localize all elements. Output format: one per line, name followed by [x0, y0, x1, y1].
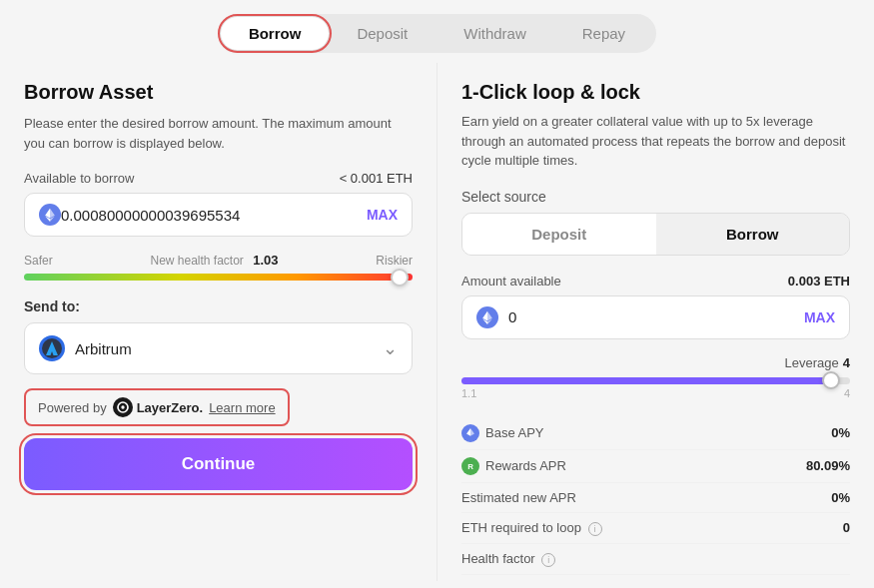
amount-available-value: 0.003 ETH	[788, 274, 850, 289]
rewards-apr-value: 80.09%	[806, 458, 850, 473]
left-panel: Borrow Asset Please enter the desired bo…	[18, 63, 437, 581]
tab-bar: Borrow Deposit Withdraw Repay	[0, 0, 874, 63]
stat-row-estimated-apr: Estimated new APR 0%	[461, 483, 850, 513]
available-to-borrow-row: Available to borrow < 0.001 ETH	[24, 171, 413, 186]
base-apy-value: 0%	[831, 425, 850, 440]
borrow-amount-input-box[interactable]: 0.00080000000039695534 MAX	[24, 193, 413, 237]
leverage-value: 4	[843, 355, 850, 370]
estimated-apr-value: 0%	[831, 490, 850, 505]
new-health-factor-label: New health factor	[150, 254, 243, 268]
tab-withdraw[interactable]: Withdraw	[436, 17, 554, 50]
health-factor-row: Safer New health factor 1.03 Riskier	[24, 253, 413, 268]
base-apy-label: Base APY	[461, 424, 544, 442]
estimated-apr-label: Estimated new APR	[461, 490, 576, 505]
safer-label: Safer	[24, 254, 53, 268]
health-factor-label: Health factor	[461, 551, 535, 566]
max-button-right[interactable]: MAX	[804, 309, 835, 325]
health-factor-label-wrap: Health factor i	[461, 551, 555, 567]
main-content: Borrow Asset Please enter the desired bo…	[0, 63, 874, 581]
base-apy-icon	[461, 424, 479, 442]
source-toggle: Deposit Borrow	[461, 213, 850, 256]
tab-deposit[interactable]: Deposit	[329, 17, 436, 50]
riskier-label: Riskier	[376, 254, 413, 268]
leverage-track[interactable]	[461, 377, 850, 384]
leverage-min-label: 1.1	[461, 387, 476, 399]
layerzero-icon	[113, 397, 133, 417]
arbitrum-icon	[39, 335, 65, 361]
stat-row-base-apy: Base APY 0%	[461, 417, 850, 450]
loop-lock-description: Earn yield on a greater collateral value…	[461, 112, 850, 171]
svg-text:R: R	[467, 461, 473, 470]
powered-by-bar: Powered by LayerZero. Learn more	[24, 388, 290, 426]
leverage-thumb[interactable]	[822, 371, 840, 389]
leverage-max-label: 4	[844, 387, 850, 399]
loop-lock-title: 1-Click loop & lock	[461, 81, 850, 104]
eth-icon-left	[39, 204, 61, 226]
amount-input-box-right[interactable]: 0 MAX	[461, 295, 850, 339]
eth-icon-right	[476, 306, 498, 328]
network-select[interactable]: Arbitrum ⌄	[24, 322, 413, 374]
continue-button[interactable]: Continue	[24, 438, 413, 490]
health-slider-track[interactable]	[24, 274, 413, 281]
eth-required-label-wrap: ETH required to loop i	[461, 520, 602, 536]
leverage-label: Leverage	[785, 355, 839, 370]
new-health-factor-value: 1.03	[253, 253, 278, 268]
stat-row-health-factor: Health factor i	[461, 544, 850, 575]
borrow-asset-description: Please enter the desired borrow amount. …	[24, 114, 413, 153]
tab-borrow[interactable]: Borrow	[221, 17, 330, 50]
available-value: < 0.001 ETH	[340, 171, 413, 186]
tab-group: Borrow Deposit Withdraw Repay	[218, 14, 656, 53]
leverage-row: Leverage 4	[461, 355, 850, 370]
leverage-ends: 1.1 4	[461, 387, 850, 399]
health-slider-thumb[interactable]	[391, 269, 409, 287]
source-borrow-button[interactable]: Borrow	[656, 214, 850, 255]
rewards-apr-label: R Rewards APR	[461, 457, 566, 475]
page-container: Borrow Deposit Withdraw Repay Borrow Ass…	[0, 0, 874, 588]
rewards-apr-text: Rewards APR	[485, 458, 566, 473]
right-panel: 1-Click loop & lock Earn yield on a grea…	[437, 63, 856, 581]
borrow-amount-value: 0.00080000000039695534	[61, 207, 367, 224]
amount-available-label: Amount available	[461, 274, 561, 289]
send-to-label: Send to:	[24, 298, 413, 314]
max-button-left[interactable]: MAX	[367, 207, 398, 223]
amount-available-row: Amount available 0.003 ETH	[461, 274, 850, 289]
rewards-apr-icon: R	[461, 457, 479, 475]
borrow-asset-title: Borrow Asset	[24, 81, 413, 104]
source-deposit-button[interactable]: Deposit	[462, 214, 656, 255]
layerzero-text: LayerZero.	[137, 400, 203, 415]
eth-required-label: ETH required to loop	[461, 520, 581, 535]
select-source-label: Select source	[461, 189, 850, 205]
stat-row-rewards-apr: R Rewards APR 80.09%	[461, 450, 850, 483]
powered-by-label: Powered by	[38, 400, 107, 415]
amount-input-value: 0	[508, 308, 804, 325]
chevron-down-icon: ⌄	[383, 337, 398, 359]
leverage-slider-wrap[interactable]: 1.1 4	[461, 377, 850, 399]
eth-required-info-icon[interactable]: i	[588, 522, 602, 536]
base-apy-text: Base APY	[485, 425, 544, 440]
eth-required-value: 0	[843, 520, 850, 535]
learn-more-link[interactable]: Learn more	[209, 400, 275, 415]
network-name: Arbitrum	[75, 340, 383, 357]
svg-point-8	[121, 405, 124, 408]
available-label-text: Available to borrow	[24, 171, 134, 186]
layerzero-logo: LayerZero.	[113, 397, 203, 417]
health-factor-info-icon[interactable]: i	[541, 553, 555, 567]
stat-row-eth-required: ETH required to loop i 0	[461, 513, 850, 544]
tab-repay[interactable]: Repay	[554, 17, 653, 50]
